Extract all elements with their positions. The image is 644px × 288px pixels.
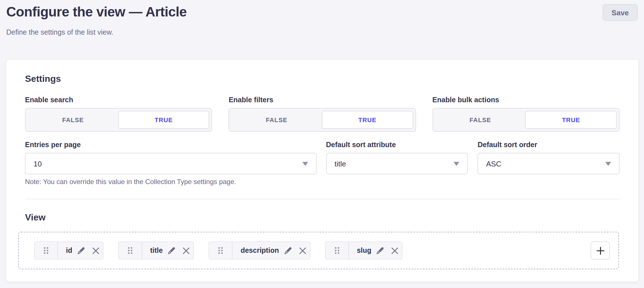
enable-filters-true-option[interactable]: TRUE (322, 111, 413, 129)
field-pill-label: slug (357, 247, 371, 254)
enable-search-field: Enable search FALSE TRUE (25, 96, 212, 132)
default-sort-attribute-select[interactable]: title (326, 153, 468, 174)
field-pill-slug[interactable]: slug (325, 241, 402, 260)
chevron-down-icon (454, 162, 460, 166)
drag-handle-icon[interactable] (325, 242, 349, 259)
enable-filters-field: Enable filters FALSE TRUE (229, 96, 416, 132)
save-button[interactable]: Save (603, 4, 638, 21)
default-sort-order-field: Default sort order ASC (478, 141, 620, 186)
drag-handle-icon[interactable] (35, 242, 58, 259)
enable-filters-label: Enable filters (229, 96, 416, 105)
edit-icon[interactable] (77, 246, 85, 255)
enable-filters-toggle[interactable]: FALSE TRUE (229, 108, 416, 132)
field-pill-id[interactable]: id (34, 241, 103, 260)
enable-bulk-actions-toggle[interactable]: FALSE TRUE (432, 108, 620, 132)
view-heading: View (25, 213, 619, 222)
page-subtitle: Define the settings of the list view. (6, 28, 638, 37)
view-section: View id (6, 199, 638, 282)
enable-bulk-actions-label: Enable bulk actions (432, 96, 620, 105)
enable-search-toggle[interactable]: FALSE TRUE (25, 108, 212, 132)
enable-filters-false-option[interactable]: FALSE (232, 111, 322, 129)
field-pill-label: title (150, 247, 163, 254)
entries-per-page-select[interactable]: 10 (25, 153, 316, 174)
close-icon[interactable] (391, 247, 399, 254)
enable-search-false-option[interactable]: FALSE (28, 111, 118, 129)
drag-handle-icon[interactable] (119, 242, 142, 259)
select-row: Entries per page 10 Note: You can overri… (25, 141, 620, 186)
entries-per-page-value: 10 (34, 159, 42, 168)
settings-section: Settings Enable search FALSE TRUE Enable… (6, 60, 638, 186)
enable-bulk-actions-field: Enable bulk actions FALSE TRUE (432, 96, 620, 132)
page-title: Configure the view — Article (6, 3, 638, 20)
chevron-down-icon (302, 162, 308, 166)
enable-search-true-option[interactable]: TRUE (118, 111, 209, 129)
entries-per-page-label: Entries per page (25, 141, 316, 149)
default-sort-order-value: ASC (486, 159, 501, 168)
toggle-row: Enable search FALSE TRUE Enable filters … (25, 96, 620, 132)
default-sort-attribute-label: Default sort attribute (326, 141, 468, 149)
drag-handle-icon[interactable] (209, 242, 233, 259)
close-icon[interactable] (299, 247, 306, 254)
entries-per-page-note: Note: You can override this value in the… (25, 178, 316, 186)
enable-bulk-actions-true-option[interactable]: TRUE (525, 111, 617, 129)
field-pill-description[interactable]: description (209, 241, 310, 260)
edit-icon[interactable] (376, 246, 385, 255)
page-header: Configure the view — Article Define the … (0, 0, 644, 37)
field-list-drop-area: id (18, 232, 619, 269)
enable-search-label: Enable search (25, 96, 212, 105)
field-pill-label: description (241, 247, 279, 254)
field-pill-label: id (66, 247, 72, 254)
edit-icon[interactable] (283, 246, 292, 255)
default-sort-order-label: Default sort order (478, 141, 620, 149)
add-field-button[interactable] (591, 241, 610, 260)
entries-per-page-field: Entries per page 10 Note: You can overri… (25, 141, 316, 186)
configure-view-card: Settings Enable search FALSE TRUE Enable… (6, 60, 638, 282)
close-icon[interactable] (92, 247, 99, 254)
close-icon[interactable] (183, 247, 190, 254)
edit-icon[interactable] (167, 246, 176, 255)
enable-bulk-actions-false-option[interactable]: FALSE (435, 111, 525, 129)
plus-icon (596, 246, 604, 255)
chevron-down-icon (605, 162, 611, 166)
default-sort-order-select[interactable]: ASC (478, 153, 620, 174)
default-sort-attribute-value: title (335, 159, 346, 168)
field-pill-title[interactable]: title (118, 241, 194, 260)
settings-heading: Settings (25, 74, 620, 84)
default-sort-attribute-field: Default sort attribute title (326, 141, 468, 186)
page: Configure the view — Article Define the … (0, 0, 644, 288)
